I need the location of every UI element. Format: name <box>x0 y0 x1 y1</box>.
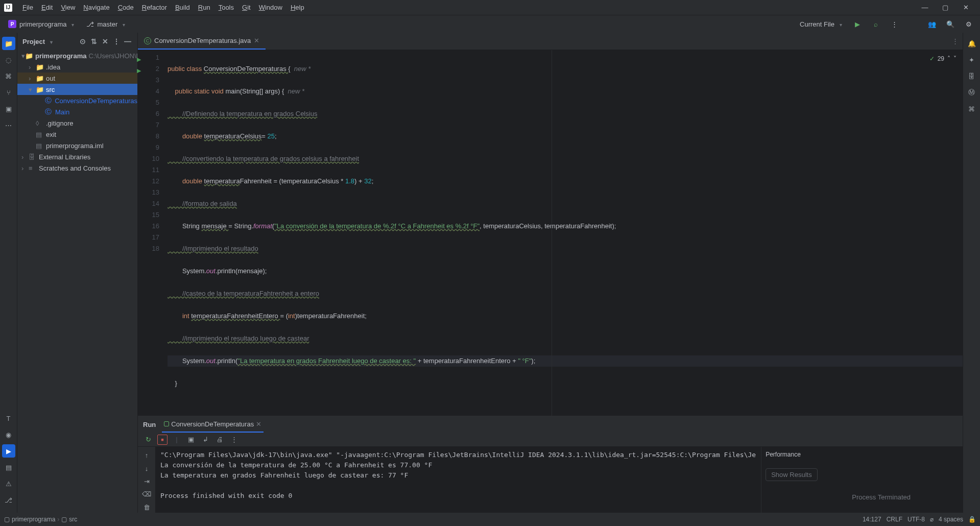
run-tab-conversion[interactable]: ConversionDeTemperaturas✕ <box>162 416 264 433</box>
tab-conversion[interactable]: C ConversionDeTemperaturas.java ✕ <box>138 33 266 50</box>
more-actions-button[interactable]: ⋮ <box>887 17 901 31</box>
process-terminated-label: Process Terminated <box>766 493 980 501</box>
menu-code[interactable]: Code <box>114 2 138 13</box>
menu-help[interactable]: Help <box>286 2 308 13</box>
pull-requests-tool-button[interactable]: ⑂ <box>2 86 15 99</box>
close-tab-icon[interactable]: ✕ <box>254 37 259 44</box>
menu-run[interactable]: Run <box>194 2 214 13</box>
menu-refactor[interactable]: Refactor <box>138 2 171 13</box>
show-results-button[interactable]: Show Results <box>766 468 817 481</box>
run-button[interactable]: ▶ <box>850 17 865 31</box>
tabs-more-icon[interactable]: ⋮ <box>952 33 963 50</box>
chevron-down-icon[interactable] <box>48 38 53 45</box>
run-side-gutter: ↑ ↓ ⇥ ⌫ 🗑 <box>138 447 155 513</box>
commit-tool-button[interactable]: ◌ <box>2 53 15 66</box>
print-icon[interactable]: 🖨 <box>214 435 225 445</box>
soft-wrap-icon[interactable]: ↲ <box>200 435 210 445</box>
gradle-button[interactable]: ⌘ <box>965 102 978 115</box>
caret-position[interactable]: 14:127 <box>863 516 881 523</box>
tree-file-exit[interactable]: ▤exit <box>17 129 137 140</box>
breadcrumb[interactable]: ▢primerprograma › ▢src <box>4 516 77 523</box>
minimize-button[interactable]: — <box>915 0 935 15</box>
wrap-icon[interactable]: ⇥ <box>141 476 152 487</box>
tree-file-main[interactable]: ⒸMain <box>17 106 137 117</box>
tree-external-libs[interactable]: ›🗄External Libraries <box>17 151 137 162</box>
problems-tool-button[interactable]: ⚠ <box>2 477 15 490</box>
rerun-button[interactable]: ↻ <box>143 435 153 445</box>
run-title: Run <box>143 421 156 428</box>
problems-count: 29 <box>938 53 944 64</box>
java-class-icon: C <box>144 37 151 44</box>
expand-all-icon[interactable]: ⇅ <box>89 37 99 46</box>
up-stack-icon[interactable]: ↑ <box>141 450 152 461</box>
tree-folder-out[interactable]: ›📁out <box>17 73 137 84</box>
tree-folder-idea[interactable]: ›📁.idea <box>17 61 137 73</box>
git-branch-selector[interactable]: ⎇ master <box>82 18 129 30</box>
tree-file-conversion[interactable]: ⒸConversionDeTemperaturas <box>17 95 137 106</box>
project-tool-button[interactable]: 📁 <box>2 37 15 50</box>
settings-button[interactable]: ⚙ <box>962 17 976 31</box>
more-run-actions-icon[interactable]: ⋮ <box>229 435 239 445</box>
line-separator[interactable]: CRLF <box>887 516 902 523</box>
file-encoding[interactable]: UTF-8 <box>907 516 925 523</box>
inspections-widget[interactable]: ✓29˄˅ <box>929 53 957 64</box>
close-button[interactable]: ✕ <box>955 0 976 15</box>
console-output[interactable]: "C:\Program Files\Java\jdk-17\bin\java.e… <box>155 447 761 513</box>
up-icon[interactable]: ˄ <box>947 53 950 64</box>
menu-window[interactable]: Window <box>255 2 286 13</box>
close-run-tab-icon[interactable]: ✕ <box>256 420 261 428</box>
structure-tool-button[interactable]: ⌘ <box>2 69 15 83</box>
menu-build[interactable]: Build <box>171 2 194 13</box>
down-stack-icon[interactable]: ↓ <box>141 463 152 473</box>
scroll-to-end-icon[interactable]: ▣ <box>186 435 196 445</box>
vcs-tool-button[interactable]: ⎇ <box>2 493 15 507</box>
readonly-indicator-icon[interactable]: ⌀ <box>930 516 934 523</box>
tree-root[interactable]: ▾📁primerprogramaC:\Users\JHON\Desktop\..… <box>17 50 137 61</box>
trash-icon[interactable]: 🗑 <box>141 502 152 513</box>
terminal-tool-button[interactable]: T <box>2 412 15 425</box>
maven-button[interactable]: Ⓜ <box>965 86 978 99</box>
run-tab-label: ConversionDeTemperaturas <box>171 420 254 428</box>
run-tool-window: Run ConversionDeTemperaturas✕ ⋮— ↻ ■ | ▣… <box>138 416 963 513</box>
lock-icon[interactable]: 🔒 <box>968 516 976 523</box>
options-icon[interactable]: ⋮ <box>112 37 121 46</box>
database-button[interactable]: 🗄 <box>965 69 978 83</box>
clear-icon[interactable]: ⌫ <box>141 489 152 499</box>
tree-folder-src[interactable]: ▾📁src <box>17 84 137 95</box>
menu-git[interactable]: Git <box>238 2 255 13</box>
build-tool-button[interactable]: ▤ <box>2 461 15 474</box>
maximize-button[interactable]: ▢ <box>935 0 955 15</box>
menu-edit[interactable]: Edit <box>37 2 57 13</box>
down-icon[interactable]: ˅ <box>953 53 957 64</box>
left-tool-stripe: 📁 ◌ ⌘ ⑂ ▣ ⋯ T ◉ ▶ ▤ ⚠ ⎇ <box>0 33 17 513</box>
tree-file-iml[interactable]: ▤primerprograma.iml <box>17 140 137 151</box>
stop-button[interactable]: ■ <box>157 435 168 445</box>
more-tool-button[interactable]: ⋯ <box>2 118 15 132</box>
services-tool-button[interactable]: ▣ <box>2 102 15 115</box>
check-icon: ✓ <box>929 53 935 64</box>
branch-icon: ⎇ <box>86 20 94 28</box>
minimize-icon[interactable]: — <box>123 37 132 46</box>
code-editor[interactable]: public class ConversionDeTemperaturas { … <box>163 50 963 416</box>
folder-icon: ▢ <box>61 516 67 523</box>
run-config-selector[interactable]: Current File <box>796 18 846 30</box>
tab-label: ConversionDeTemperaturas.java <box>154 37 251 44</box>
search-everywhere-button[interactable]: 🔍 <box>943 17 958 31</box>
menu-tools[interactable]: Tools <box>214 2 238 13</box>
select-opened-file-icon[interactable]: ⊙ <box>78 37 87 46</box>
tree-file-gitignore[interactable]: ◊.gitignore <box>17 117 137 129</box>
indent-indicator[interactable]: 4 spaces <box>939 516 963 523</box>
tree-scratches[interactable]: ›≡Scratches and Consoles <box>17 162 137 174</box>
notifications-button[interactable]: 🔔 <box>965 37 978 50</box>
run-tool-button[interactable]: ◉ <box>2 428 15 441</box>
debug-button[interactable]: ⌕ <box>869 17 883 31</box>
menu-view[interactable]: View <box>57 2 79 13</box>
project-selector[interactable]: P primerprograma <box>4 18 78 30</box>
code-with-me-button[interactable]: 👥 <box>925 17 939 31</box>
collapse-all-icon[interactable]: ✕ <box>101 37 110 46</box>
ai-assistant-button[interactable]: ✦ <box>965 53 978 66</box>
run-panel-tool-button[interactable]: ▶ <box>2 444 15 458</box>
menu-file[interactable]: File <box>18 2 37 13</box>
run-config-label: Current File <box>800 20 834 28</box>
menu-navigate[interactable]: Navigate <box>79 2 113 13</box>
